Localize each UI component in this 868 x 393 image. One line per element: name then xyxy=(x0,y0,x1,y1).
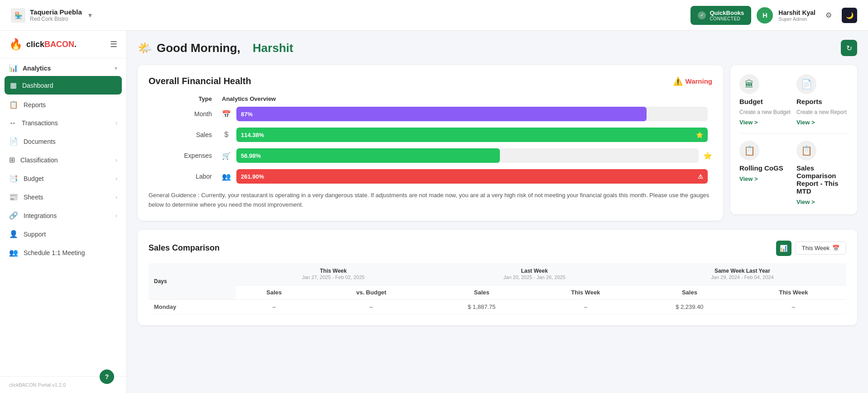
dashboard-icon: ▦ xyxy=(10,81,17,90)
health-row-labor: Labor 👥 261.90% ⚠ xyxy=(149,169,712,184)
help-bubble[interactable]: ? xyxy=(100,369,114,384)
greeting-text: 🌤️ Good Morning, Harshit xyxy=(138,41,293,55)
content-area: 🌤️ Good Morning, Harshit ↻ Overall Finan… xyxy=(127,31,868,393)
rolling-cogs-title: Rolling CoGS xyxy=(739,164,791,172)
bar-value-labor: 261.90% xyxy=(241,173,264,180)
sc-tw-vs-monday: – xyxy=(312,299,431,314)
rolling-cogs-view-link[interactable]: View > xyxy=(739,175,791,182)
budget-view-link[interactable]: View > xyxy=(739,119,791,126)
sales-comp-view-link[interactable]: View > xyxy=(796,199,848,205)
sc-col-sales-tw: Sales xyxy=(236,285,312,299)
sc-this-week-header: This Week Jan 27, 2025 - Feb 02, 2025 xyxy=(236,263,430,285)
calendar-period-icon: 📅 xyxy=(832,245,839,251)
people-icon: 👥 xyxy=(221,172,232,181)
greeting-name: Harshit xyxy=(253,41,293,55)
user-name: Harshit Kyal xyxy=(778,9,815,16)
health-label-expenses: Expenses xyxy=(149,152,216,159)
star-expenses-icon: ⭐ xyxy=(703,152,712,160)
sc-title: Sales Comparison xyxy=(149,243,220,253)
sc-col-this-week-sy: This Week xyxy=(741,285,846,299)
header-right: ✓ QuickBooks CONNECTED H Harshit Kyal Su… xyxy=(691,6,857,25)
sidebar-item-budget[interactable]: 📑 Budget › xyxy=(0,169,126,188)
hamburger-icon[interactable]: ☰ xyxy=(110,39,117,49)
sidebar-sheets-label: Sheets xyxy=(24,194,43,201)
quickbooks-button[interactable]: ✓ QuickBooks CONNECTED xyxy=(691,6,751,25)
sidebar-item-integrations[interactable]: 🔗 Integrations › xyxy=(0,206,126,225)
budget-card-sub: Create a new Budget xyxy=(739,109,791,115)
analytics-chevron-icon: ▾ xyxy=(115,65,117,71)
sidebar-item-sheets[interactable]: 📰 Sheets › xyxy=(0,188,126,206)
sidebar-classification-label: Classification xyxy=(20,156,58,164)
support-icon: 👤 xyxy=(9,230,18,238)
restaurant-selector[interactable]: 🏪 Taqueria Puebla Red Cork Bistro ▾ xyxy=(11,8,92,23)
sidebar-item-support[interactable]: 👤 Support xyxy=(0,225,126,243)
sidebar-section-analytics[interactable]: 📊 Analytics ▾ xyxy=(0,58,126,75)
user-info: Harshit Kyal Super Admin xyxy=(778,9,815,22)
sc-last-week-header: Last Week Jan 20, 2025 - Jan 26, 2025 xyxy=(431,263,638,285)
greeting-row: 🌤️ Good Morning, Harshit ↻ xyxy=(138,40,857,56)
sun-icon: 🌤️ xyxy=(138,41,152,55)
budget-icon: 📑 xyxy=(9,174,18,183)
main-grid: Overall Financial Health ⚠️ Warning Type… xyxy=(138,65,857,221)
sidebar: 🔥 clickBACON. ☰ 📊 Analytics ▾ ▦ Dashboar… xyxy=(0,31,127,393)
analytics-icon: 📊 xyxy=(9,64,18,72)
report-file-icon: 📄 xyxy=(801,79,812,90)
classification-chevron-icon: › xyxy=(115,157,117,163)
bar-expenses: 56.98% xyxy=(236,148,699,163)
sc-col-sales-sy: Sales xyxy=(638,285,741,299)
sc-col-days: Days xyxy=(149,263,236,300)
health-label-month: Month xyxy=(149,110,216,118)
health-label-labor: Labor xyxy=(149,173,216,180)
sidebar-item-dashboard[interactable]: ▦ Dashboard xyxy=(5,76,122,95)
sidebar-logo: 🔥 clickBACON. ☰ xyxy=(0,31,126,58)
documents-icon: 📄 xyxy=(9,137,18,146)
reports-card-sub: Create a new Report xyxy=(796,109,848,115)
main-layout: 🔥 clickBACON. ☰ 📊 Analytics ▾ ▦ Dashboar… xyxy=(0,31,868,393)
warning-label: Warning xyxy=(686,77,712,85)
sales-comparison-card: Sales Comparison 📊 This Week 📅 Days xyxy=(138,230,857,325)
card-title: Overall Financial Health xyxy=(149,76,251,86)
sc-col-this-week-lw: This Week xyxy=(533,285,638,299)
sales-comp-title: Sales Comparison Report - This MTD xyxy=(796,164,848,195)
col-type: Type xyxy=(149,95,216,102)
restaurant-info: Taqueria Puebla Red Cork Bistro xyxy=(30,8,82,22)
cogs-icon: 📋 xyxy=(744,145,755,156)
sc-same-week-header: Same Week Last Year Jan 29, 2024 - Feb 0… xyxy=(638,263,846,285)
sidebar-budget-label: Budget xyxy=(24,175,43,182)
financial-health-card: Overall Financial Health ⚠️ Warning Type… xyxy=(138,65,723,221)
sc-sy-vs-monday: – xyxy=(741,299,846,314)
settings-button[interactable]: ⚙ xyxy=(821,8,836,23)
sidebar-item-reports[interactable]: 📋 Reports xyxy=(0,95,126,114)
sc-col-sales-lw: Sales xyxy=(431,285,533,299)
rolling-cogs-icon-wrap: 📋 xyxy=(739,141,759,161)
sidebar-item-transactions[interactable]: ↔ Transactions › xyxy=(0,114,126,132)
classification-icon: ⊞ xyxy=(9,156,15,164)
transactions-icon: ↔ xyxy=(9,119,16,127)
refresh-button[interactable]: ↻ xyxy=(841,40,857,56)
sidebar-item-schedule[interactable]: 👥 Schedule 1:1 Meeting xyxy=(0,243,126,262)
sidebar-transactions-label: Transactions xyxy=(22,119,58,127)
budget-card-icon-wrap: 🏛 xyxy=(739,74,759,94)
user-role: Super Admin xyxy=(778,16,815,22)
right-panel: 🏛 Budget Create a new Budget View > 📄 Re… xyxy=(730,65,857,221)
quick-card-budget: 🏛 Budget Create a new Budget View > xyxy=(739,74,791,126)
sheets-icon: 📰 xyxy=(9,193,18,201)
sales-comparison-table: Days This Week Jan 27, 2025 - Feb 02, 20… xyxy=(149,263,846,314)
quickbooks-check-icon: ✓ xyxy=(698,11,706,19)
budget-chevron-icon: › xyxy=(115,175,117,182)
quick-card-sales-comparison: 📋 Sales Comparison Report - This MTD Vie… xyxy=(796,141,848,205)
bar-month: 87% xyxy=(236,107,708,121)
sc-period-button[interactable]: This Week 📅 xyxy=(795,241,846,255)
help-icon: ? xyxy=(105,373,109,380)
budget-card-title: Budget xyxy=(739,98,791,105)
dark-mode-toggle[interactable]: 🌙 xyxy=(842,8,857,23)
sidebar-item-documents[interactable]: 📄 Documents xyxy=(0,132,126,151)
sc-sy-sales-monday: $ 2,239.40 xyxy=(638,299,741,314)
warning-labor-icon: ⚠ xyxy=(698,173,703,180)
sc-chart-button[interactable]: 📊 xyxy=(776,241,791,256)
reports-view-link[interactable]: View > xyxy=(796,119,848,126)
bar-labor: 261.90% ⚠ xyxy=(236,169,708,184)
bar-value-sales: 114.38% xyxy=(241,132,264,138)
top-header: 🏪 Taqueria Puebla Red Cork Bistro ▾ ✓ Qu… xyxy=(0,0,868,31)
sidebar-item-classification[interactable]: ⊞ Classification › xyxy=(0,151,126,169)
